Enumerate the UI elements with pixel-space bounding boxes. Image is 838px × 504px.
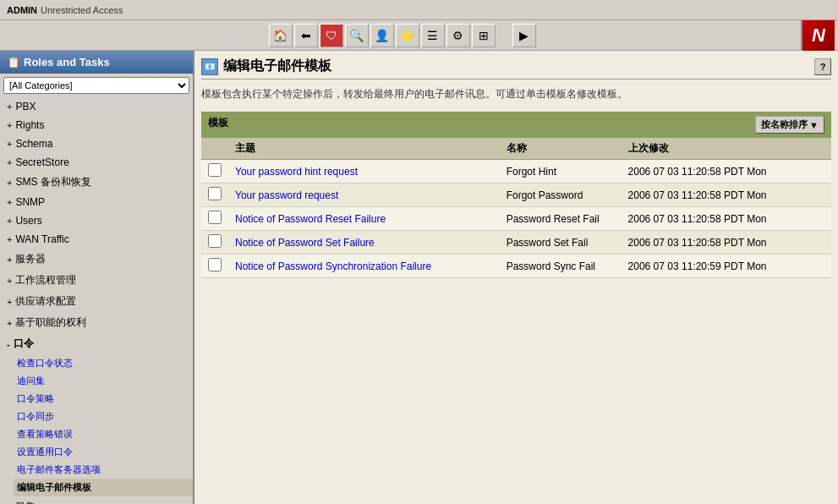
sidebar-item-workflow[interactable]: + 工作流程管理	[0, 270, 193, 291]
list-button[interactable]: ☰	[421, 24, 445, 47]
subject-link-4[interactable]: Notice of Password Synchronization Failu…	[235, 260, 431, 272]
expand-icon-schema: +	[7, 139, 12, 149]
sidebar: 📋 Roles and Tasks [All Categories] PBX R…	[0, 51, 194, 504]
home-button[interactable]: 🏠	[269, 24, 293, 47]
sort-arrow-icon: ▼	[809, 120, 819, 130]
modified-cell-4: 2006 07 03 11:20:59 PDT Mon	[622, 255, 831, 278]
sidebar-label-role-rights: 基于职能的权利	[15, 315, 86, 330]
sidebar-item-sms[interactable]: + SMS 备份和恢复	[0, 172, 193, 193]
sidebar-item-schema[interactable]: + Schema	[0, 134, 193, 153]
roles-tasks-header: 📋 Roles and Tasks	[0, 51, 193, 74]
sidebar-item-wan-traffic[interactable]: + WAN Traffic	[0, 230, 193, 249]
row-checkbox-3[interactable]	[208, 234, 222, 248]
submenu-password-policy[interactable]: 口令策略	[14, 390, 193, 408]
submenu-password-sync[interactable]: 口令同步	[14, 408, 193, 425]
sidebar-item-secretstore[interactable]: + SecretStore	[0, 153, 193, 172]
submenu-email-options[interactable]: 电子邮件客务器选项	[14, 461, 193, 479]
sort-label: 按名称排序	[761, 118, 808, 131]
sidebar-item-rights[interactable]: + Rights	[0, 116, 193, 134]
sidebar-label-provision: 供应请求配置	[15, 294, 76, 309]
star-button[interactable]: ⭐	[396, 24, 419, 47]
subject-link-2[interactable]: Notice of Password Reset Failure	[235, 213, 386, 225]
subject-link-0[interactable]: Your password hint request	[235, 166, 358, 178]
shield-button[interactable]: 🛡	[320, 24, 343, 47]
table-row: Notice of Password Set FailurePassword S…	[201, 231, 831, 255]
modified-col-header: 上次修改	[622, 138, 831, 160]
sidebar-item-server[interactable]: + 服务器	[0, 249, 193, 270]
content-area: 📧 编辑电子邮件模板 ? 模板包含执行某个特定操作后，转发给最终用户的电子邮件讯…	[194, 51, 838, 504]
sidebar-item-role-rights[interactable]: + 基于职能的权利	[0, 312, 193, 333]
submenu-edit-email-template[interactable]: 编辑电子邮件模板	[14, 479, 193, 496]
expand-icon-pbx: +	[7, 101, 12, 112]
table-header-cell: 模板 按名称排序 ▼	[201, 112, 831, 138]
row-checkbox-0[interactable]	[208, 163, 222, 177]
expand-icon-users: +	[7, 216, 12, 226]
submenu-check-password[interactable]: 检查口令状态	[14, 354, 193, 372]
extra-button[interactable]: ⊞	[472, 24, 496, 47]
sidebar-label-password: 口令	[14, 337, 34, 351]
checkbox-col-header	[201, 138, 228, 160]
modified-cell-1: 2006 07 03 11:20:58 PDT Mon	[622, 184, 831, 207]
sidebar-label-sms: SMS 备份和恢复	[15, 175, 90, 189]
name-cell-4: Password Sync Fail	[500, 255, 622, 278]
row-checkbox-1[interactable]	[208, 187, 222, 200]
roles-tasks-label: Roles and Tasks	[24, 56, 110, 68]
search-button[interactable]: 🔍	[345, 24, 369, 47]
submenu-challenge-set[interactable]: 迪问集	[14, 372, 193, 390]
expand-icon-workflow: +	[7, 276, 12, 286]
expand-icon-wan: +	[7, 234, 12, 244]
name-cell-0: Forgot Hint	[500, 160, 622, 184]
submenu-view-policy-errors[interactable]: 查看策略错误	[14, 425, 193, 443]
sidebar-label-cluster: 群集	[15, 500, 36, 504]
template-table: 模板 按名称排序 ▼ 主题 名称 上次修改 Your password hint…	[201, 112, 831, 278]
subject-link-1[interactable]: Your password request	[235, 189, 338, 201]
modified-cell-0: 2006 07 03 11:20:58 PDT Mon	[622, 160, 831, 184]
settings-button[interactable]: ⚙	[446, 24, 470, 47]
table-row: Your password requestForgot Password2006…	[201, 184, 831, 207]
help-button[interactable]: ?	[814, 58, 831, 75]
sidebar-item-snmp[interactable]: + SNMP	[0, 193, 193, 211]
sidebar-label-workflow: 工作流程管理	[15, 273, 76, 288]
submenu-set-universal-password[interactable]: 设置通用口令	[14, 443, 193, 461]
row-checkbox-4[interactable]	[208, 258, 222, 271]
go-button[interactable]: ▶	[512, 24, 536, 47]
netscape-logo: N	[801, 20, 835, 51]
table-row: Your password hint requestForgot Hint200…	[201, 160, 831, 184]
name-cell-3: Password Set Fail	[500, 231, 622, 255]
sidebar-item-users[interactable]: + Users	[0, 211, 193, 230]
table-row: Notice of Password Synchronization Failu…	[201, 255, 831, 278]
row-checkbox-2[interactable]	[208, 211, 222, 224]
sidebar-label-schema: Schema	[15, 138, 52, 150]
sidebar-item-pbx[interactable]: + PBX	[0, 97, 193, 116]
subject-col-header: 主题	[228, 138, 500, 160]
expand-icon-rights: +	[7, 120, 12, 130]
sidebar-label-server: 服务器	[15, 252, 46, 266]
expand-icon-secretstore: +	[7, 157, 12, 167]
sidebar-item-cluster[interactable]: + 群集	[0, 496, 193, 504]
modified-cell-2: 2006 07 03 11:20:58 PDT Mon	[622, 207, 831, 231]
name-cell-1: Forgot Password	[500, 184, 622, 207]
sidebar-label-snmp: SNMP	[15, 196, 45, 208]
page-header: 📧 编辑电子邮件模板 ?	[201, 58, 831, 79]
expand-icon-role-rights: +	[7, 318, 12, 328]
toolbar: 🏠 ⬅ 🛡 🔍 👤 ⭐ ☰ ⚙ ⊞ ▶	[3, 24, 801, 47]
sidebar-label-pbx: PBX	[15, 101, 36, 112]
name-cell-2: Password Reset Fail	[500, 207, 622, 231]
subject-link-3[interactable]: Notice of Password Set Failure	[235, 237, 375, 249]
sidebar-item-password[interactable]: - 口令	[0, 333, 193, 354]
page-icon: 📧	[201, 58, 218, 75]
back-button[interactable]: ⬅	[294, 24, 318, 47]
table-body: Your password hint requestForgot Hint200…	[201, 160, 831, 278]
table-row: Notice of Password Reset FailurePassword…	[201, 207, 831, 231]
page-title: 编辑电子邮件模板	[223, 58, 331, 75]
expand-icon-password: -	[7, 339, 10, 349]
sidebar-label-secretstore: SecretStore	[15, 156, 68, 168]
sort-button[interactable]: 按名称排序 ▼	[755, 116, 824, 134]
expand-icon-server: +	[7, 255, 12, 265]
expand-icon-provision: +	[7, 297, 12, 307]
sidebar-label-wan: WAN Traffic	[15, 233, 68, 245]
sidebar-item-provision[interactable]: + 供应请求配置	[0, 291, 193, 312]
expand-icon-snmp: +	[7, 197, 12, 207]
user-button[interactable]: 👤	[370, 24, 394, 47]
category-select[interactable]: [All Categories] PBX Rights Schema Secre…	[3, 77, 189, 94]
